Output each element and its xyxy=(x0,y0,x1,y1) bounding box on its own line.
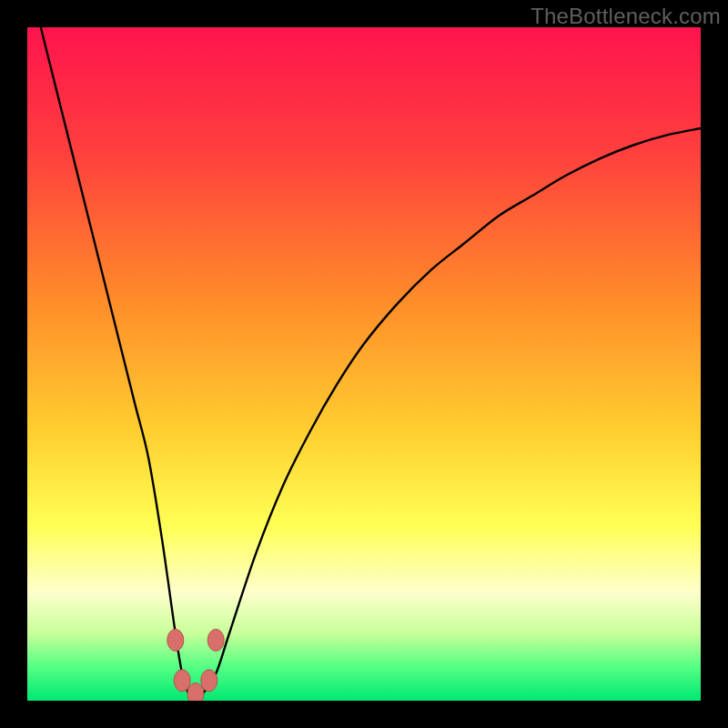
curve-marker xyxy=(187,683,204,701)
curve-marker xyxy=(207,629,224,651)
plot-area xyxy=(27,27,701,701)
bottleneck-curve xyxy=(41,27,701,697)
curve-marker xyxy=(167,629,184,651)
curve-marker xyxy=(174,670,190,692)
curve-layer xyxy=(27,27,701,701)
chart-frame: TheBottleneck.com xyxy=(0,0,728,728)
watermark-text: TheBottleneck.com xyxy=(531,4,721,29)
curve-markers xyxy=(167,629,224,701)
curve-marker xyxy=(201,670,217,692)
